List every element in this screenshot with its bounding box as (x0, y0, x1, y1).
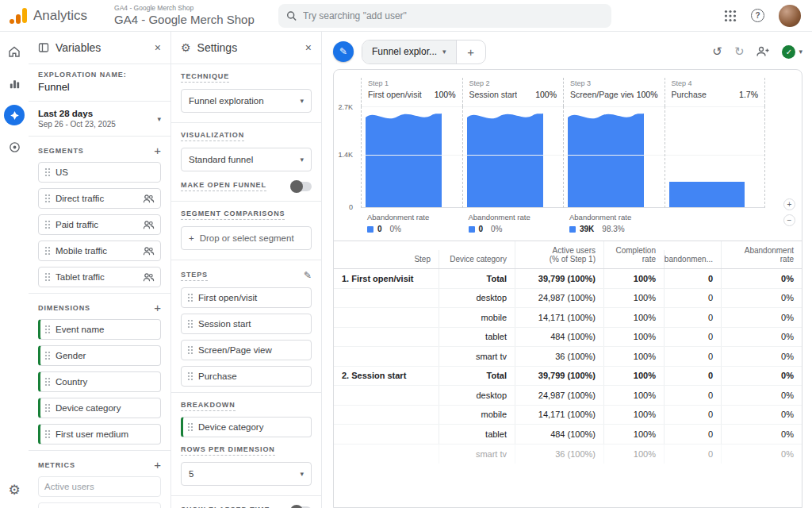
visualization-select[interactable]: Standard funnel ▾ (181, 148, 312, 171)
funnel-bar[interactable] (366, 106, 442, 207)
nav-home-icon[interactable] (4, 41, 25, 62)
col-abandonments: Abandonmen... (664, 250, 721, 268)
technique-select[interactable]: Funnel exploration ▾ (181, 89, 312, 113)
drag-handle-icon[interactable] (187, 293, 193, 302)
funnel-bar-area[interactable] (665, 106, 766, 208)
cell-abandonments: 0 (664, 444, 721, 464)
funnel-step-chip[interactable]: Session start (181, 314, 312, 334)
edit-mode-pencil-icon[interactable]: ✎ (333, 41, 354, 62)
dimension-chip[interactable]: Event name (38, 319, 161, 340)
funnel-bar[interactable] (467, 106, 543, 207)
funnel-step-column[interactable]: Step 1 First open/visit 100% Abandonment… (361, 78, 462, 241)
dimension-chip[interactable]: First user medium (38, 424, 161, 444)
funnel-step-name: Screen/Page view (570, 90, 634, 99)
add-tab-button[interactable]: + (457, 40, 485, 64)
funnel-step-chip[interactable]: First open/visit (181, 287, 312, 308)
analytics-logo-icon[interactable] (8, 6, 29, 25)
close-variables-icon[interactable]: × (155, 41, 161, 54)
close-settings-icon[interactable]: × (305, 41, 312, 54)
metric-chip[interactable]: Event count (38, 502, 161, 508)
drag-handle-icon[interactable] (44, 220, 51, 229)
dimension-chip[interactable]: Country (38, 371, 161, 392)
funnel-bar-area[interactable] (361, 106, 462, 208)
table-row[interactable]: mobile 14,171 (100%) 100% 0 0% (334, 406, 802, 425)
table-row[interactable]: mobile 14,171 (100%) 100% 0 0% (334, 308, 802, 328)
segment-chip[interactable]: Tablet traffic (38, 267, 161, 287)
table-row[interactable]: smart tv 36 (100%) 100% 0 0% (334, 347, 802, 367)
edit-steps-icon[interactable]: ✎ (304, 270, 312, 281)
cell-abandonment-rate: 0% (721, 289, 802, 308)
table-row[interactable]: 1. First open/visit Total 39,799 (100%) … (334, 269, 802, 289)
drag-handle-icon[interactable] (44, 194, 51, 203)
help-icon[interactable]: ? (751, 9, 764, 22)
drag-handle-icon[interactable] (44, 325, 51, 334)
drag-handle-icon[interactable] (187, 422, 193, 432)
chevron-down-icon: ▾ (442, 48, 446, 56)
funnel-bar-area[interactable] (563, 106, 665, 208)
drag-handle-icon[interactable] (187, 371, 193, 381)
nav-explore-icon[interactable] (4, 105, 25, 125)
add-dimension-icon[interactable]: + (154, 302, 161, 314)
drag-handle-icon[interactable] (44, 272, 51, 282)
cell-active-users: 24,987 (100%) (515, 289, 603, 308)
left-nav-rail: ⚙ (0, 32, 29, 508)
add-segment-icon[interactable]: + (154, 144, 161, 156)
drag-handle-icon[interactable] (44, 167, 51, 177)
funnel-step-chip[interactable]: Screen/Page view (181, 340, 312, 360)
undo-icon[interactable]: ↺ (712, 44, 722, 59)
segment-chip[interactable]: US (38, 162, 161, 183)
funnel-step-column[interactable]: Step 3 Screen/Page view 100% Abandonment… (563, 78, 665, 241)
table-row[interactable]: 2. Session start Total 39,799 (100%) 100… (334, 367, 802, 387)
user-avatar[interactable] (779, 5, 801, 27)
drag-handle-icon[interactable] (187, 319, 193, 329)
tab-funnel-exploration[interactable]: Funnel explor... ▾ (362, 40, 456, 64)
segments-list: US Direct traffic Paid traffic Mobile tr… (38, 162, 161, 287)
table-row[interactable]: desktop 24,987 (100%) 100% 0 0% (334, 386, 802, 406)
table-row[interactable]: desktop 24,987 (100%) 100% 0 0% (334, 289, 802, 309)
drag-handle-icon[interactable] (187, 345, 193, 355)
search-input[interactable] (303, 10, 603, 21)
drag-handle-icon[interactable] (44, 429, 51, 439)
drag-handle-icon[interactable] (44, 377, 51, 387)
redo-icon[interactable]: ↻ (734, 44, 745, 59)
table-row[interactable]: tablet 484 (100%) 100% 0 0% (334, 425, 802, 444)
saved-status-button[interactable]: ✓ ▾ (782, 45, 802, 59)
drag-handle-icon[interactable] (44, 403, 51, 413)
dimension-chip[interactable]: Gender (38, 345, 161, 366)
dimension-chip[interactable]: Device category (38, 398, 161, 418)
rows-per-dimension-select[interactable]: 5 ▾ (181, 462, 312, 486)
search-bar[interactable] (278, 4, 611, 28)
funnel-bar[interactable] (568, 106, 644, 207)
segment-drop-label: Drop or select segment (200, 233, 294, 243)
cell-active-users: 14,171 (100%) (515, 406, 603, 425)
drag-handle-icon[interactable] (44, 351, 51, 360)
table-row[interactable]: smart tv 36 (100%) 100% 0 0% (334, 444, 802, 464)
add-metric-icon[interactable]: + (154, 459, 161, 471)
exploration-name-value[interactable]: Funnel (38, 81, 161, 93)
breakdown-chip[interactable]: Device category (181, 417, 312, 437)
funnel-step-chip[interactable]: Purchase (181, 366, 312, 387)
share-user-icon[interactable] (756, 45, 770, 58)
cell-device-category: mobile (439, 406, 515, 425)
funnel-step-column[interactable]: Step 2 Session start 100% Abandonment ra… (462, 78, 564, 241)
funnel-step-column[interactable]: Step 4 Purchase 1.7% Abandonment rate (665, 78, 766, 241)
date-range-picker[interactable]: Last 28 days Sep 26 - Oct 23, 2025 ▾ (38, 102, 161, 136)
nav-advertising-icon[interactable] (4, 137, 25, 157)
nav-admin-gear-icon[interactable]: ⚙ (8, 482, 20, 498)
zoom-out-button[interactable]: − (783, 214, 795, 226)
metric-chip[interactable]: Active users (38, 476, 161, 497)
table-row[interactable]: tablet 484 (100%) 100% 0 0% (334, 328, 802, 348)
nav-reports-icon[interactable] (4, 73, 25, 94)
apps-grid-icon[interactable] (724, 10, 737, 22)
segment-chip[interactable]: Mobile traffic (38, 241, 161, 261)
drag-handle-icon[interactable] (44, 246, 51, 256)
segment-chip[interactable]: Paid traffic (38, 214, 161, 235)
funnel-bar[interactable] (669, 182, 745, 207)
top-header: Analytics GA4 - Google Merch Shop GA4 - … (0, 0, 812, 32)
segment-drop-zone[interactable]: + Drop or select segment (181, 226, 312, 250)
funnel-bar-area[interactable] (462, 106, 564, 208)
property-switcher[interactable]: GA4 - Google Merch Shop GA4 - Google Mer… (114, 5, 255, 26)
open-funnel-toggle[interactable] (291, 182, 312, 191)
zoom-in-button[interactable]: + (783, 198, 795, 210)
segment-chip[interactable]: Direct traffic (38, 188, 161, 209)
